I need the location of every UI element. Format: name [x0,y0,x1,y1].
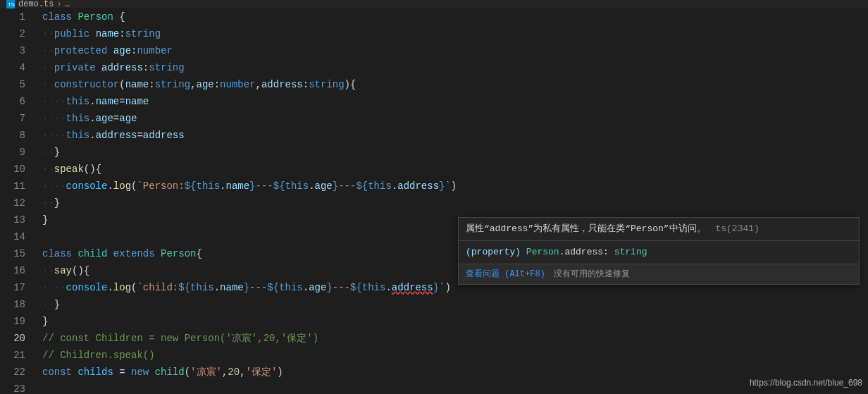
line-number: 5 [0,76,25,93]
token-fn: speak [54,164,84,175]
token-var: age [315,180,333,192]
token-pun: ( [119,79,125,90]
token-pun: ) [451,180,457,192]
hover-error-text: 属性“address”为私有属性，只能在类“Person”中访问。 [466,223,706,234]
line-number: 23 [0,381,25,394]
code-line[interactable]: ··private address:string [42,59,868,76]
line-number: 7 [0,110,25,127]
code-line[interactable]: const childs = new child('凉宸',20,'保定') [42,364,868,381]
token-pun: : [303,79,309,90]
code-line[interactable] [42,381,868,394]
token-type: Person [78,11,113,23]
line-number: 11 [0,178,25,195]
token-tplp: } [249,180,255,192]
token-pun: , [256,79,261,90]
token-var: age [96,113,113,124]
token-tplp: ${ [267,282,279,293]
token-ws [107,45,113,56]
token-var: name [125,79,149,90]
token-pun: . [107,282,113,293]
line-number-gutter: 1234567891011121314151617181920212223 [0,8,35,394]
code-line[interactable]: ··} [42,296,868,313]
code-line[interactable]: ··} [42,144,868,161]
code-line[interactable]: ··constructor(name:string,age:number,add… [42,76,868,93]
code-line[interactable]: ··speak(){ [42,161,868,178]
breadcrumb-bar: TS demo.ts › … [0,0,868,8]
token-pun: { [84,265,89,276]
token-kw: extends [113,248,155,259]
token-pun: { [119,11,125,23]
token-str: --- [333,282,350,293]
code-line[interactable]: ····this.age=age [42,110,868,127]
token-pun: ( [185,367,190,378]
line-number: 10 [0,161,25,178]
token-typekw: string [155,79,190,90]
code-line[interactable]: ··protected age:number [42,42,868,59]
code-line[interactable]: class Person { [42,8,868,25]
token-pun: ) [345,79,350,90]
token-pun: . [220,180,225,192]
token-var: address [261,79,303,90]
code-line[interactable]: // const Children = new Person('凉宸',20,'… [42,330,868,347]
token-pun: } [54,299,60,310]
token-ws: ·· [42,62,54,73]
token-var: name [125,96,149,107]
token-kw: class [42,11,72,23]
line-number: 2 [0,25,25,42]
token-var: name [96,96,120,107]
token-fn: say [54,265,72,276]
token-pun: } [42,214,48,226]
line-number: 8 [0,127,25,144]
code-line[interactable]: ··} [42,195,868,211]
token-ws: ···· [42,282,66,293]
line-number: 9 [0,144,25,161]
token-kw: this [66,96,90,107]
token-str: --- [249,282,267,293]
hover-error-message: 属性“address”为私有属性，只能在类“Person”中访问。 ts(234… [459,218,859,240]
code-line[interactable]: ··public name:string [42,25,868,42]
token-kw: this [66,113,90,124]
token-ws: ···· [42,130,66,141]
line-number: 13 [0,211,25,228]
token-pun: . [385,282,391,293]
view-problem-link[interactable]: 查看问题 (Alt+F8) [466,267,545,281]
line-number: 22 [0,364,25,381]
code-line[interactable]: } [42,313,868,330]
code-line[interactable]: ····this.address=address [42,127,868,144]
hover-actions-bar: 查看问题 (Alt+F8) 没有可用的快速修复 [459,264,859,284]
token-pun: { [96,164,101,175]
token-pun: () [84,164,96,175]
code-line[interactable]: ····console.log(`Person:${this.name}---$… [42,178,868,195]
token-kw: const [42,367,72,378]
token-kw: new [131,367,149,378]
token-kw: constructor [54,79,119,90]
token-str: `Person: [137,180,184,192]
token-pun: : [214,79,220,90]
hover-signature: (property) Person.address: string [459,240,859,264]
token-pun: : [119,28,125,39]
token-typekw: string [309,79,344,90]
token-ws: ·· [42,147,54,158]
token-var: name [220,282,244,293]
token-pun: . [89,113,95,124]
token-str: --- [338,180,356,192]
token-op: = [119,367,125,378]
code-line[interactable]: // Children.speak() [42,347,868,364]
hover-sig-kind: (property) [466,247,526,257]
line-number: 18 [0,296,25,313]
code-editor[interactable]: 1234567891011121314151617181920212223 cl… [0,8,868,394]
token-var: address [96,130,137,141]
token-pun: { [350,79,356,90]
code-content[interactable]: class Person {··public name:string··prot… [35,8,868,394]
token-obj: console [66,282,108,293]
token-typekw: string [125,28,161,39]
token-kw: public [54,28,89,39]
token-ws [96,62,101,73]
code-line[interactable]: ····this.name=name [42,93,868,110]
token-var: address [101,62,143,73]
token-var: name [226,180,250,192]
hover-tooltip: 属性“address”为私有属性，只能在类“Person”中访问。 ts(234… [458,217,860,285]
token-var: address [392,282,433,293]
token-kw: this [279,282,303,293]
token-type: Person [161,248,196,259]
